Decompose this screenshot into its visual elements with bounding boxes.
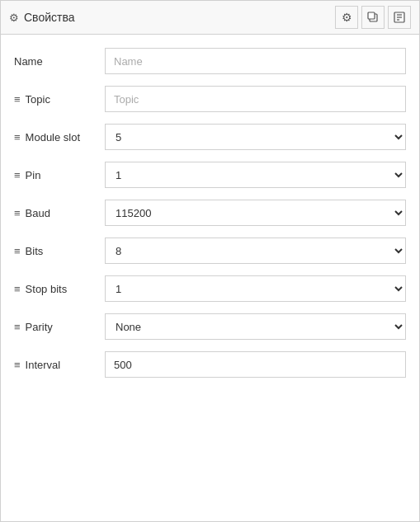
name-label-text: Name (14, 55, 43, 68)
bits-label: ≡ Bits (14, 245, 97, 257)
stop-bits-row: ≡ Stop bits 1 (14, 275, 406, 302)
bits-label-text: Bits (26, 245, 44, 257)
topic-label-text: Topic (26, 93, 50, 106)
baud-select[interactable]: 115200 (105, 200, 406, 226)
header-left: Свойства (9, 11, 74, 24)
parity-select[interactable]: None (105, 313, 406, 340)
module-slot-label-text: Module slot (26, 131, 80, 143)
parity-label: ≡ Parity (14, 321, 97, 333)
topic-row: ≡ Topic (14, 86, 406, 112)
parity-icon: ≡ (14, 321, 21, 333)
interval-label: ≡ Interval (14, 359, 97, 371)
properties-panel: Свойства ⚙ Na (0, 0, 420, 522)
baud-icon: ≡ (14, 207, 21, 219)
interval-label-text: Interval (26, 359, 61, 371)
export-button[interactable] (388, 6, 411, 29)
name-row: Name (14, 48, 406, 74)
header-gear-icon (9, 12, 19, 24)
name-input[interactable] (105, 48, 406, 74)
interval-row: ≡ Interval (14, 351, 406, 378)
topic-icon: ≡ (14, 93, 21, 106)
pin-icon: ≡ (14, 169, 21, 181)
baud-row: ≡ Baud 115200 (14, 200, 406, 226)
pin-label-text: Pin (26, 169, 41, 181)
bits-select[interactable]: 8 (105, 237, 406, 264)
interval-input[interactable] (105, 351, 406, 378)
panel-title: Свойства (24, 11, 74, 24)
pin-row: ≡ Pin 1 (14, 162, 406, 188)
pin-select[interactable]: 1 (105, 162, 406, 188)
module-slot-icon: ≡ (14, 131, 21, 143)
copy-button[interactable] (361, 6, 385, 29)
header-icons: ⚙ (335, 6, 411, 29)
stop-bits-select[interactable]: 1 (105, 275, 406, 302)
parity-row: ≡ Parity None (14, 313, 406, 340)
baud-label: ≡ Baud (14, 207, 97, 219)
stop-bits-label: ≡ Stop bits (14, 283, 97, 295)
panel-body: Name ≡ Topic ≡ Module slot 5 ≡ (1, 35, 419, 521)
parity-label-text: Parity (26, 321, 53, 333)
baud-label-text: Baud (26, 207, 50, 219)
module-slot-select[interactable]: 5 (105, 124, 406, 150)
module-slot-label: ≡ Module slot (14, 131, 97, 143)
bits-row: ≡ Bits 8 (14, 237, 406, 264)
topic-label: ≡ Topic (14, 93, 97, 106)
interval-icon: ≡ (14, 359, 21, 371)
stop-bits-label-text: Stop bits (26, 283, 68, 295)
module-slot-row: ≡ Module slot 5 (14, 124, 406, 150)
pin-label: ≡ Pin (14, 169, 97, 181)
panel-header: Свойства ⚙ (1, 1, 419, 35)
settings-button[interactable]: ⚙ (335, 6, 358, 29)
bits-icon: ≡ (14, 245, 21, 257)
stop-bits-icon: ≡ (14, 283, 21, 295)
topic-input[interactable] (105, 86, 406, 112)
name-label: Name (14, 55, 97, 68)
svg-rect-1 (368, 12, 375, 19)
